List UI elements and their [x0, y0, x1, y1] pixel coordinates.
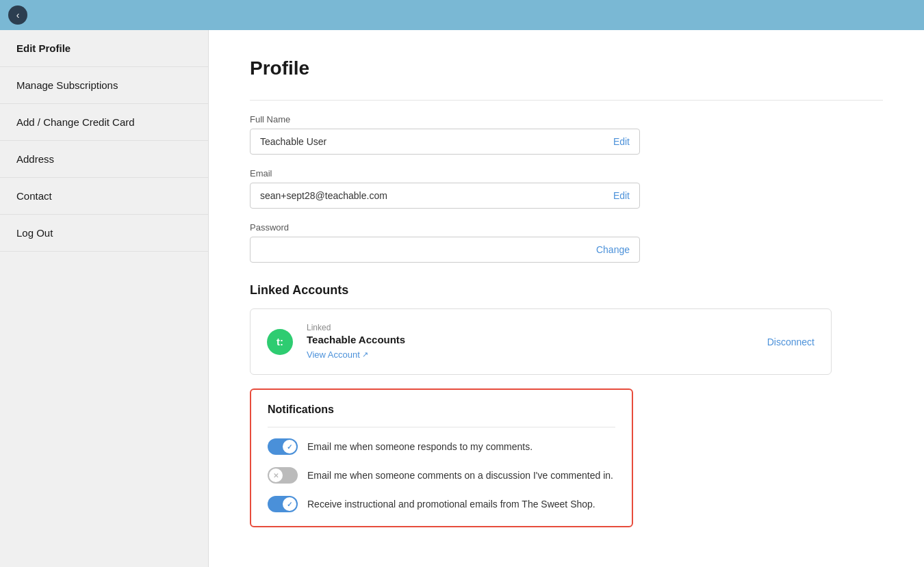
- notification-item-promotional: ✓ Receive instructional and promotional …: [268, 496, 615, 512]
- notifications-title: Notifications: [268, 404, 615, 416]
- sidebar-item-address[interactable]: Address: [0, 141, 208, 178]
- sidebar: Edit Profile Manage Subscriptions Add / …: [0, 30, 209, 567]
- notification-item-discussion: ✕ Email me when someone comments on a di…: [268, 467, 615, 484]
- top-bar: ‹: [0, 0, 924, 30]
- sidebar-item-add-change-credit-card[interactable]: Add / Change Credit Card: [0, 104, 208, 141]
- full-name-input[interactable]: [251, 129, 604, 154]
- email-group: Email Edit: [250, 168, 883, 209]
- password-change-button[interactable]: Change: [587, 244, 639, 255]
- back-button[interactable]: ‹: [8, 5, 27, 25]
- sidebar-item-log-out[interactable]: Log Out: [0, 215, 208, 252]
- notification-item-comments: ✓ Email me when someone responds to my c…: [268, 438, 615, 455]
- notifications-box: Notifications ✓ Email me when someone re…: [250, 388, 633, 527]
- toggle-promotional[interactable]: ✓: [268, 496, 298, 512]
- notification-text-promotional: Receive instructional and promotional em…: [307, 499, 595, 510]
- main-layout: Edit Profile Manage Subscriptions Add / …: [0, 30, 924, 567]
- email-label: Email: [250, 168, 883, 179]
- toggle-check-icon: ✓: [287, 443, 292, 451]
- full-name-edit-button[interactable]: Edit: [604, 136, 639, 147]
- content-area: Profile Full Name Edit Email Edit Passwo…: [209, 30, 924, 567]
- toggle-discussion[interactable]: ✕: [268, 467, 298, 484]
- sidebar-item-contact[interactable]: Contact: [0, 178, 208, 215]
- divider-top: [250, 100, 883, 101]
- full-name-group: Full Name Edit: [250, 114, 883, 155]
- password-input-wrapper: Change: [250, 237, 640, 263]
- linked-account-card: t: Linked Teachable Accounts View Accoun…: [250, 308, 832, 375]
- external-link-icon: ↗: [362, 350, 368, 359]
- toggle-thumb-discussion: ✕: [269, 469, 283, 482]
- password-label: Password: [250, 222, 883, 233]
- toggle-x-icon: ✕: [273, 472, 279, 479]
- toggle-thumb-promotional: ✓: [283, 497, 296, 511]
- toggle-thumb-comments: ✓: [283, 440, 296, 453]
- full-name-label: Full Name: [250, 114, 883, 124]
- notifications-divider: [268, 427, 615, 427]
- password-input[interactable]: [251, 237, 587, 262]
- sidebar-item-manage-subscriptions[interactable]: Manage Subscriptions: [0, 67, 208, 104]
- full-name-input-wrapper: Edit: [250, 129, 640, 155]
- email-input[interactable]: [251, 183, 604, 208]
- toggle-comments[interactable]: ✓: [268, 438, 298, 455]
- disconnect-button[interactable]: Disconnect: [767, 337, 814, 347]
- view-account-link[interactable]: View Account ↗: [307, 350, 368, 360]
- email-input-wrapper: Edit: [250, 183, 640, 209]
- password-group: Password Change: [250, 222, 883, 263]
- notification-text-comments: Email me when someone responds to my com…: [307, 441, 532, 452]
- back-icon: ‹: [16, 10, 20, 21]
- email-edit-button[interactable]: Edit: [604, 190, 639, 201]
- page-title: Profile: [250, 57, 883, 79]
- teachable-icon: t:: [267, 329, 293, 355]
- linked-status: Linked: [307, 323, 767, 332]
- linked-account-name: Teachable Accounts: [307, 334, 767, 345]
- linked-account-info: Linked Teachable Accounts View Account ↗: [307, 323, 767, 360]
- notification-text-discussion: Email me when someone comments on a disc…: [307, 470, 613, 481]
- sidebar-item-edit-profile[interactable]: Edit Profile: [0, 30, 208, 67]
- linked-accounts-title: Linked Accounts: [250, 283, 883, 298]
- toggle-check-icon-2: ✓: [287, 501, 292, 508]
